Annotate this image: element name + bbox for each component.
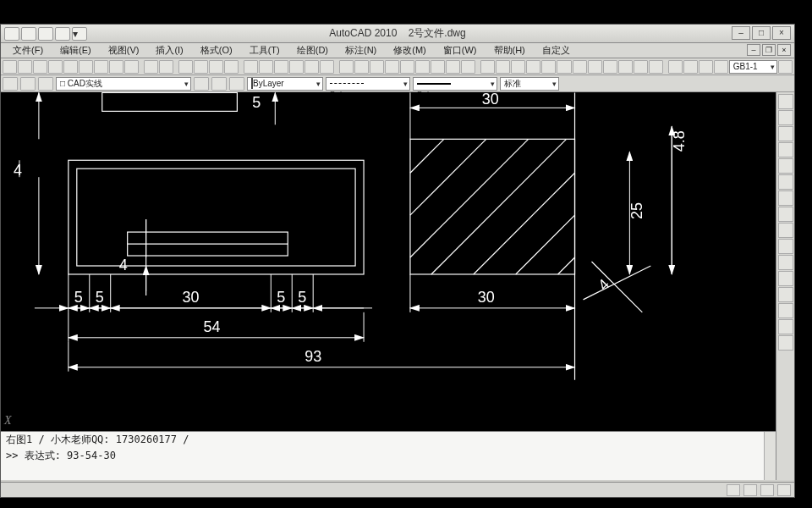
maximize-button[interactable]: □ (752, 26, 771, 40)
hatch-icon[interactable] (415, 60, 430, 74)
rp-stretch-icon[interactable] (778, 223, 793, 238)
properties-icon[interactable] (244, 60, 258, 74)
doc-minimize-button[interactable]: – (747, 44, 760, 56)
markup-icon[interactable] (304, 60, 319, 74)
dimension-icon[interactable] (446, 60, 460, 74)
rp-array-icon[interactable] (778, 158, 793, 174)
command-window[interactable]: 右图1 / 小木老师QQ: 1730260177 / >> 表达式: 93-54… (1, 431, 776, 480)
plot-preview-icon[interactable] (63, 60, 78, 74)
dimaligned-icon[interactable] (683, 60, 698, 74)
doc-close-button[interactable]: × (777, 44, 791, 56)
zoom-window-icon[interactable] (209, 60, 223, 74)
layer-dropdown[interactable]: □ CAD实线 (56, 77, 191, 91)
model-tab-icon[interactable] (727, 484, 740, 496)
menu-dimension[interactable]: 标注(N) (337, 44, 385, 57)
rp-offset-icon[interactable] (778, 142, 793, 157)
pan-icon[interactable] (178, 60, 193, 74)
fillet-icon[interactable] (634, 60, 648, 74)
print-icon[interactable] (48, 60, 63, 74)
rp-fillet-icon[interactable] (778, 319, 793, 334)
layer-match-icon[interactable] (211, 77, 227, 91)
arc-icon[interactable] (385, 60, 399, 74)
zoom-previous-icon[interactable] (224, 60, 239, 74)
rp-scale-icon[interactable] (778, 207, 793, 222)
cmd-prompt[interactable] (1, 464, 776, 478)
close-button[interactable]: × (772, 26, 791, 40)
rp-explode-icon[interactable] (778, 335, 793, 351)
cmd-scrollbar[interactable] (764, 432, 776, 480)
rp-break-icon[interactable] (778, 271, 793, 286)
rp-mirror-icon[interactable] (778, 126, 793, 141)
layer-previous-icon[interactable] (194, 77, 209, 91)
erase-icon[interactable] (480, 60, 495, 74)
rotate-icon[interactable] (573, 60, 587, 74)
menu-window[interactable]: 窗口(W) (435, 44, 486, 57)
layer-state-icon[interactable] (20, 77, 36, 91)
redo-icon[interactable] (159, 60, 173, 74)
menu-modify[interactable]: 修改(M) (385, 44, 435, 57)
text-icon[interactable] (431, 60, 445, 74)
menu-format[interactable]: 格式(O) (192, 44, 241, 57)
circle-icon[interactable] (370, 60, 384, 74)
open-icon[interactable] (18, 60, 32, 74)
mirror-icon[interactable] (511, 60, 525, 74)
menu-tools[interactable]: 工具(T) (241, 44, 288, 57)
rp-copy-icon[interactable] (778, 110, 793, 125)
layout1-tab-icon[interactable] (743, 484, 757, 496)
explode-icon[interactable] (649, 60, 663, 74)
rectangle-icon[interactable] (400, 60, 414, 74)
rp-erase-icon[interactable] (778, 94, 793, 109)
quickcalc-icon[interactable] (320, 60, 334, 74)
dimangular-icon[interactable] (699, 60, 713, 74)
lineweight-dropdown[interactable]: ByLayer (413, 77, 497, 91)
copy-obj-icon[interactable] (496, 60, 510, 74)
offset-icon[interactable] (526, 60, 540, 74)
table-icon[interactable] (461, 60, 475, 74)
rp-trim-icon[interactable] (778, 239, 793, 254)
menu-help[interactable]: 帮助(H) (486, 44, 534, 57)
polyline-icon[interactable] (354, 60, 369, 74)
doc-restore-button[interactable]: ❐ (762, 44, 776, 56)
dimlinear-icon[interactable] (668, 60, 683, 74)
dimstyle-dropdown[interactable]: GB1-1 (729, 60, 778, 74)
extend-icon[interactable] (618, 60, 633, 74)
annotation-scale-icon[interactable] (760, 484, 774, 496)
app-menu-icon[interactable] (4, 27, 19, 41)
menu-draw[interactable]: 绘图(D) (288, 44, 337, 57)
layer-freeze-icon[interactable] (38, 77, 53, 91)
rp-chamfer-icon[interactable] (778, 303, 793, 318)
rp-extend-icon[interactable] (778, 255, 793, 270)
qat-undo-icon[interactable] (38, 27, 53, 41)
array-icon[interactable] (541, 60, 556, 74)
designcenter-icon[interactable] (259, 60, 273, 74)
menu-file[interactable]: 文件(F) (4, 44, 52, 57)
linetype-dropdown[interactable]: ByLayer (326, 77, 410, 91)
menu-express[interactable]: 自定义 (534, 44, 579, 57)
dimradius-icon[interactable] (714, 60, 728, 74)
zoom-realtime-icon[interactable] (194, 60, 208, 74)
qat-dropdown-icon[interactable]: ▾ (72, 27, 87, 41)
save-icon[interactable] (33, 60, 47, 74)
layer-manager-icon[interactable] (3, 77, 18, 91)
new-icon[interactable] (3, 60, 17, 74)
menu-insert[interactable]: 插入(I) (147, 44, 191, 57)
qat-save-icon[interactable] (21, 27, 36, 41)
drawing-area[interactable]: 30 5 4 4 (1, 92, 776, 431)
move-icon[interactable] (557, 60, 571, 74)
match-prop-icon[interactable] (124, 60, 139, 74)
layer-iso-icon[interactable] (229, 77, 244, 91)
rp-move-icon[interactable] (778, 174, 793, 190)
menu-view[interactable]: 视图(V) (100, 44, 148, 57)
trim-icon[interactable] (603, 60, 617, 74)
line-icon[interactable] (339, 60, 354, 74)
menu-edit[interactable]: 编辑(E) (52, 44, 100, 57)
scale-icon[interactable] (588, 60, 602, 74)
qat-print-icon[interactable] (55, 27, 70, 41)
rp-join-icon[interactable] (778, 287, 793, 302)
paste-icon[interactable] (109, 60, 123, 74)
workspace-icon[interactable] (777, 484, 791, 496)
dimupdate-icon[interactable] (778, 60, 793, 74)
copy-icon[interactable] (94, 60, 108, 74)
cut-icon[interactable] (79, 60, 93, 74)
toolpalette-icon[interactable] (274, 60, 288, 74)
